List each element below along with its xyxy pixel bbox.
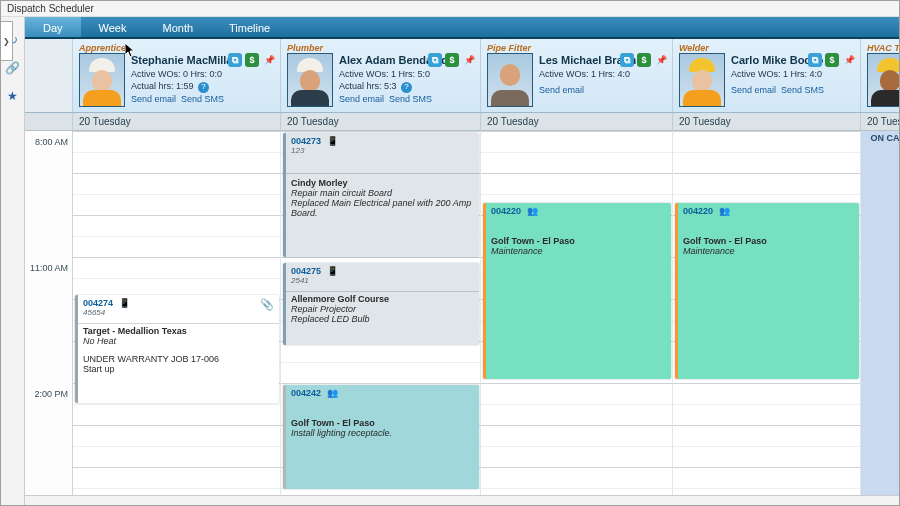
wo-number: 004275 [291, 266, 474, 276]
wo-number: 004220 [683, 206, 854, 216]
role-label: Welder [679, 43, 854, 53]
lanes[interactable]: ON CALL 004273 123 Cindy Morley Repair m… [73, 131, 887, 495]
wo-number: 004274 [83, 298, 274, 308]
badge-row: ⧉ $ 📌 [228, 53, 276, 67]
avatar [867, 53, 899, 107]
appointment[interactable]: 004220 Golf Town - El Paso Maintenance [483, 203, 671, 379]
day-header[interactable]: 20 Tuesday [673, 113, 861, 130]
lane-hvac[interactable]: ON CALL [861, 131, 899, 495]
role-label: Pipe Fitter [487, 43, 666, 53]
wo-desc1: Maintenance [683, 246, 854, 256]
send-email-link[interactable]: Send email [539, 85, 584, 95]
gutter-blank [25, 39, 73, 112]
contact-links: Send email Send SMS [131, 93, 239, 105]
dollar-icon[interactable]: $ [825, 53, 839, 67]
wo-desc2: Replaced Main Electrical panel with 200 … [291, 198, 474, 218]
contact-icon[interactable]: ⧉ [808, 53, 822, 67]
collapse-handle-left[interactable]: ❯ [1, 21, 13, 61]
send-email-link[interactable]: Send email [339, 94, 384, 104]
appointment[interactable]: 004242 Golf Town - El Paso Install light… [283, 385, 479, 489]
mobile-icon [324, 266, 338, 276]
resource-header: Apprentice ⧉ $ 📌 Stephanie MacMillan Act… [25, 39, 899, 113]
resource-plumber[interactable]: Plumber ⧉$📌 Alex Adam Bendavid Active WO… [281, 39, 481, 112]
tab-day[interactable]: Day [25, 17, 81, 37]
time-label: 2:00 PM [34, 389, 68, 399]
send-email-link[interactable]: Send email [131, 94, 176, 104]
resource-apprentice[interactable]: Apprentice ⧉ $ 📌 Stephanie MacMillan Act… [73, 39, 281, 112]
link-icon[interactable]: 🔗 [6, 61, 20, 75]
appointment[interactable]: 004220 Golf Town - El Paso Maintenance [675, 203, 859, 379]
horizontal-scrollbar[interactable] [25, 495, 899, 505]
wo-desc3: Start up [83, 364, 274, 374]
tab-month[interactable]: Month [144, 17, 211, 37]
avatar [487, 53, 533, 107]
contact-icon[interactable]: ⧉ [620, 53, 634, 67]
main-panel: Day Week Month Timeline Apprentice ⧉ $ 📌 [25, 17, 899, 505]
time-gutter: 8:00 AM 11:00 AM 2:00 PM [25, 131, 73, 495]
wo-desc2: UNDER WARRANTY JOB 17-006 [83, 354, 274, 364]
resource-hvac[interactable]: HVAC Tech [861, 39, 899, 112]
resource-welder[interactable]: Welder ⧉$📌 Carlo Mike Bocco Active WOs: … [673, 39, 861, 112]
send-email-link[interactable]: Send email [731, 85, 776, 95]
day-header[interactable]: 20 Tuesday [481, 113, 673, 130]
pin-icon[interactable]: 📌 [462, 53, 476, 67]
send-sms-link[interactable]: Send SMS [389, 94, 432, 104]
time-label: 11:00 AM [30, 263, 68, 273]
client-name: Golf Town - El Paso [491, 236, 666, 246]
info-icon[interactable]: ? [401, 82, 412, 93]
dollar-icon[interactable]: $ [245, 53, 259, 67]
on-call-block[interactable]: ON CALL [861, 131, 899, 495]
appointment[interactable]: 004273 123 Cindy Morley Repair main circ… [283, 133, 479, 257]
wo-sub: 2541 [291, 276, 474, 285]
wo-desc1: Repair Projector [291, 304, 474, 314]
mobile-icon [116, 298, 130, 308]
attachment-icon[interactable]: 📎 [260, 298, 274, 311]
avatar [79, 53, 125, 107]
left-rail: ↻ 🔗 ★ [1, 17, 25, 505]
pin-icon[interactable]: 📌 [654, 53, 668, 67]
day-header[interactable]: 20 Tuesday [73, 113, 281, 130]
resource-pipe-fitter[interactable]: Pipe Fitter ⧉$📌 Les Michael Braun Active… [481, 39, 673, 112]
wo-sub: 45654 [83, 308, 274, 317]
pin-icon[interactable]: 📌 [262, 53, 276, 67]
wo-desc1: Maintenance [491, 246, 666, 256]
pin-icon[interactable]: 📌 [842, 53, 856, 67]
time-label: 8:00 AM [35, 137, 68, 147]
mobile-icon [324, 136, 338, 146]
day-header[interactable]: 20 Tuesday [861, 113, 899, 130]
day-header-row: 20 Tuesday 20 Tuesday 20 Tuesday 20 Tues… [25, 113, 899, 131]
actual-hrs: Actual hrs: 5:3 ? [339, 80, 448, 93]
star-icon[interactable]: ★ [6, 89, 20, 103]
role-label: Apprentice [79, 43, 274, 53]
send-sms-link[interactable]: Send SMS [181, 94, 224, 104]
client-name: Golf Town - El Paso [683, 236, 854, 246]
send-sms-link[interactable]: Send SMS [781, 85, 824, 95]
actual-hrs: Actual hrs: 1:59 ? [131, 80, 239, 93]
tab-timeline[interactable]: Timeline [211, 17, 288, 37]
role-label: Plumber [287, 43, 474, 53]
team-icon [716, 206, 730, 216]
client-name: Allenmore Golf Course [291, 294, 474, 304]
wo-desc2: Replaced LED Bulb [291, 314, 474, 324]
contact-icon[interactable]: ⧉ [428, 53, 442, 67]
client-name: Golf Town - El Paso [291, 418, 474, 428]
appointment[interactable]: 📎 004274 45654 Target - Medallion Texas … [75, 295, 279, 403]
client-name: Target - Medallion Texas [83, 326, 274, 336]
info-icon[interactable]: ? [198, 82, 209, 93]
day-header[interactable]: 20 Tuesday [281, 113, 481, 130]
role-label: HVAC Tech [867, 43, 899, 53]
resource-name: Stephanie MacMillan [131, 53, 239, 68]
active-wo: Active WOs: 1 Hrs: 5:0 [339, 68, 448, 80]
dollar-icon[interactable]: $ [637, 53, 651, 67]
wo-desc1: Install lighting receptacle. [291, 428, 474, 438]
team-icon [524, 206, 538, 216]
tab-week[interactable]: Week [81, 17, 145, 37]
window-title: Dispatch Scheduler [1, 1, 899, 17]
appointment[interactable]: 004275 2541 Allenmore Golf Course Repair… [283, 263, 479, 345]
wo-sub: 123 [291, 146, 474, 155]
contact-icon[interactable]: ⧉ [228, 53, 242, 67]
client-name: Cindy Morley [291, 178, 474, 188]
wo-desc1: No Heat [83, 336, 274, 346]
active-wo: Active WOs: 0 Hrs: 0:0 [131, 68, 239, 80]
dollar-icon[interactable]: $ [445, 53, 459, 67]
